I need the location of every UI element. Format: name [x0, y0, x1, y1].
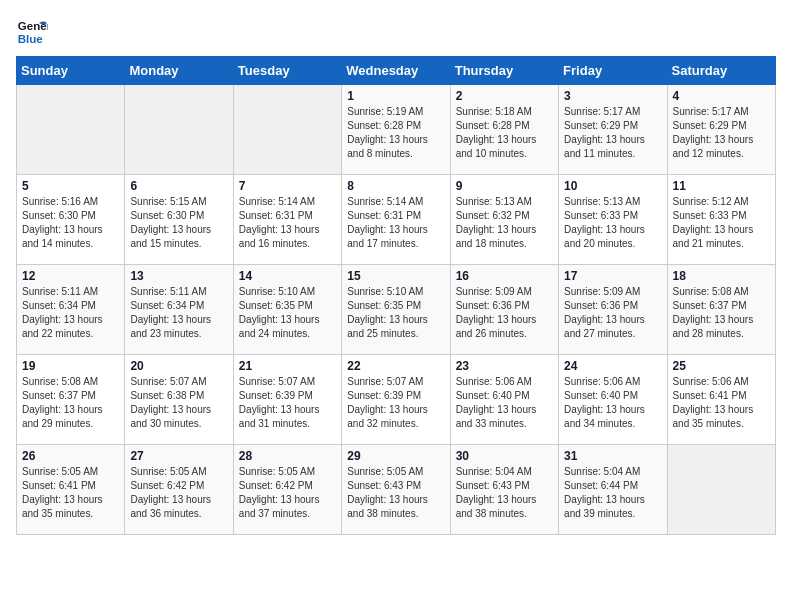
cell-content: Sunrise: 5:07 AMSunset: 6:39 PMDaylight:… — [239, 375, 336, 431]
calendar-cell: 7Sunrise: 5:14 AMSunset: 6:31 PMDaylight… — [233, 175, 341, 265]
day-number: 11 — [673, 179, 770, 193]
calendar-cell: 14Sunrise: 5:10 AMSunset: 6:35 PMDayligh… — [233, 265, 341, 355]
day-number: 24 — [564, 359, 661, 373]
day-number: 17 — [564, 269, 661, 283]
day-number: 28 — [239, 449, 336, 463]
calendar-cell: 9Sunrise: 5:13 AMSunset: 6:32 PMDaylight… — [450, 175, 558, 265]
weekday-header: Thursday — [450, 57, 558, 85]
calendar-week-row: 5Sunrise: 5:16 AMSunset: 6:30 PMDaylight… — [17, 175, 776, 265]
weekday-header: Monday — [125, 57, 233, 85]
calendar-cell — [17, 85, 125, 175]
weekday-header: Friday — [559, 57, 667, 85]
cell-content: Sunrise: 5:13 AMSunset: 6:32 PMDaylight:… — [456, 195, 553, 251]
cell-content: Sunrise: 5:05 AMSunset: 6:42 PMDaylight:… — [130, 465, 227, 521]
day-number: 20 — [130, 359, 227, 373]
calendar-week-row: 12Sunrise: 5:11 AMSunset: 6:34 PMDayligh… — [17, 265, 776, 355]
cell-content: Sunrise: 5:05 AMSunset: 6:42 PMDaylight:… — [239, 465, 336, 521]
day-number: 12 — [22, 269, 119, 283]
calendar-cell — [125, 85, 233, 175]
cell-content: Sunrise: 5:12 AMSunset: 6:33 PMDaylight:… — [673, 195, 770, 251]
day-number: 25 — [673, 359, 770, 373]
cell-content: Sunrise: 5:18 AMSunset: 6:28 PMDaylight:… — [456, 105, 553, 161]
day-number: 7 — [239, 179, 336, 193]
cell-content: Sunrise: 5:11 AMSunset: 6:34 PMDaylight:… — [22, 285, 119, 341]
day-number: 10 — [564, 179, 661, 193]
cell-content: Sunrise: 5:06 AMSunset: 6:40 PMDaylight:… — [564, 375, 661, 431]
calendar-cell: 23Sunrise: 5:06 AMSunset: 6:40 PMDayligh… — [450, 355, 558, 445]
day-number: 4 — [673, 89, 770, 103]
day-number: 29 — [347, 449, 444, 463]
weekday-header: Saturday — [667, 57, 775, 85]
logo: General Blue — [16, 16, 54, 48]
calendar-cell: 31Sunrise: 5:04 AMSunset: 6:44 PMDayligh… — [559, 445, 667, 535]
cell-content: Sunrise: 5:13 AMSunset: 6:33 PMDaylight:… — [564, 195, 661, 251]
calendar-cell: 1Sunrise: 5:19 AMSunset: 6:28 PMDaylight… — [342, 85, 450, 175]
day-number: 22 — [347, 359, 444, 373]
day-number: 2 — [456, 89, 553, 103]
day-number: 14 — [239, 269, 336, 283]
cell-content: Sunrise: 5:10 AMSunset: 6:35 PMDaylight:… — [347, 285, 444, 341]
cell-content: Sunrise: 5:16 AMSunset: 6:30 PMDaylight:… — [22, 195, 119, 251]
cell-content: Sunrise: 5:07 AMSunset: 6:38 PMDaylight:… — [130, 375, 227, 431]
day-number: 3 — [564, 89, 661, 103]
calendar-cell: 12Sunrise: 5:11 AMSunset: 6:34 PMDayligh… — [17, 265, 125, 355]
calendar-cell: 16Sunrise: 5:09 AMSunset: 6:36 PMDayligh… — [450, 265, 558, 355]
weekday-header: Tuesday — [233, 57, 341, 85]
cell-content: Sunrise: 5:15 AMSunset: 6:30 PMDaylight:… — [130, 195, 227, 251]
calendar-cell: 6Sunrise: 5:15 AMSunset: 6:30 PMDaylight… — [125, 175, 233, 265]
day-number: 18 — [673, 269, 770, 283]
cell-content: Sunrise: 5:17 AMSunset: 6:29 PMDaylight:… — [564, 105, 661, 161]
calendar-cell: 25Sunrise: 5:06 AMSunset: 6:41 PMDayligh… — [667, 355, 775, 445]
calendar-cell: 26Sunrise: 5:05 AMSunset: 6:41 PMDayligh… — [17, 445, 125, 535]
cell-content: Sunrise: 5:06 AMSunset: 6:40 PMDaylight:… — [456, 375, 553, 431]
calendar-cell: 8Sunrise: 5:14 AMSunset: 6:31 PMDaylight… — [342, 175, 450, 265]
day-number: 23 — [456, 359, 553, 373]
calendar-cell: 29Sunrise: 5:05 AMSunset: 6:43 PMDayligh… — [342, 445, 450, 535]
calendar-cell: 2Sunrise: 5:18 AMSunset: 6:28 PMDaylight… — [450, 85, 558, 175]
cell-content: Sunrise: 5:14 AMSunset: 6:31 PMDaylight:… — [239, 195, 336, 251]
calendar-cell: 27Sunrise: 5:05 AMSunset: 6:42 PMDayligh… — [125, 445, 233, 535]
day-number: 26 — [22, 449, 119, 463]
day-number: 19 — [22, 359, 119, 373]
cell-content: Sunrise: 5:08 AMSunset: 6:37 PMDaylight:… — [673, 285, 770, 341]
day-number: 5 — [22, 179, 119, 193]
calendar-cell: 4Sunrise: 5:17 AMSunset: 6:29 PMDaylight… — [667, 85, 775, 175]
calendar-cell: 20Sunrise: 5:07 AMSunset: 6:38 PMDayligh… — [125, 355, 233, 445]
day-number: 8 — [347, 179, 444, 193]
calendar-cell: 30Sunrise: 5:04 AMSunset: 6:43 PMDayligh… — [450, 445, 558, 535]
calendar-header-row: SundayMondayTuesdayWednesdayThursdayFrid… — [17, 57, 776, 85]
cell-content: Sunrise: 5:10 AMSunset: 6:35 PMDaylight:… — [239, 285, 336, 341]
calendar-cell: 5Sunrise: 5:16 AMSunset: 6:30 PMDaylight… — [17, 175, 125, 265]
calendar-cell: 11Sunrise: 5:12 AMSunset: 6:33 PMDayligh… — [667, 175, 775, 265]
day-number: 21 — [239, 359, 336, 373]
calendar-cell — [233, 85, 341, 175]
calendar-cell: 21Sunrise: 5:07 AMSunset: 6:39 PMDayligh… — [233, 355, 341, 445]
cell-content: Sunrise: 5:09 AMSunset: 6:36 PMDaylight:… — [456, 285, 553, 341]
calendar-cell — [667, 445, 775, 535]
cell-content: Sunrise: 5:05 AMSunset: 6:41 PMDaylight:… — [22, 465, 119, 521]
weekday-header: Sunday — [17, 57, 125, 85]
day-number: 16 — [456, 269, 553, 283]
calendar-cell: 15Sunrise: 5:10 AMSunset: 6:35 PMDayligh… — [342, 265, 450, 355]
calendar-week-row: 19Sunrise: 5:08 AMSunset: 6:37 PMDayligh… — [17, 355, 776, 445]
calendar-week-row: 26Sunrise: 5:05 AMSunset: 6:41 PMDayligh… — [17, 445, 776, 535]
cell-content: Sunrise: 5:06 AMSunset: 6:41 PMDaylight:… — [673, 375, 770, 431]
day-number: 27 — [130, 449, 227, 463]
calendar-cell: 19Sunrise: 5:08 AMSunset: 6:37 PMDayligh… — [17, 355, 125, 445]
cell-content: Sunrise: 5:07 AMSunset: 6:39 PMDaylight:… — [347, 375, 444, 431]
day-number: 9 — [456, 179, 553, 193]
day-number: 13 — [130, 269, 227, 283]
cell-content: Sunrise: 5:11 AMSunset: 6:34 PMDaylight:… — [130, 285, 227, 341]
cell-content: Sunrise: 5:17 AMSunset: 6:29 PMDaylight:… — [673, 105, 770, 161]
cell-content: Sunrise: 5:04 AMSunset: 6:44 PMDaylight:… — [564, 465, 661, 521]
cell-content: Sunrise: 5:04 AMSunset: 6:43 PMDaylight:… — [456, 465, 553, 521]
calendar-cell: 28Sunrise: 5:05 AMSunset: 6:42 PMDayligh… — [233, 445, 341, 535]
calendar-week-row: 1Sunrise: 5:19 AMSunset: 6:28 PMDaylight… — [17, 85, 776, 175]
calendar-cell: 3Sunrise: 5:17 AMSunset: 6:29 PMDaylight… — [559, 85, 667, 175]
cell-content: Sunrise: 5:08 AMSunset: 6:37 PMDaylight:… — [22, 375, 119, 431]
calendar-cell: 13Sunrise: 5:11 AMSunset: 6:34 PMDayligh… — [125, 265, 233, 355]
svg-text:Blue: Blue — [18, 33, 44, 45]
calendar-cell: 24Sunrise: 5:06 AMSunset: 6:40 PMDayligh… — [559, 355, 667, 445]
cell-content: Sunrise: 5:05 AMSunset: 6:43 PMDaylight:… — [347, 465, 444, 521]
day-number: 6 — [130, 179, 227, 193]
